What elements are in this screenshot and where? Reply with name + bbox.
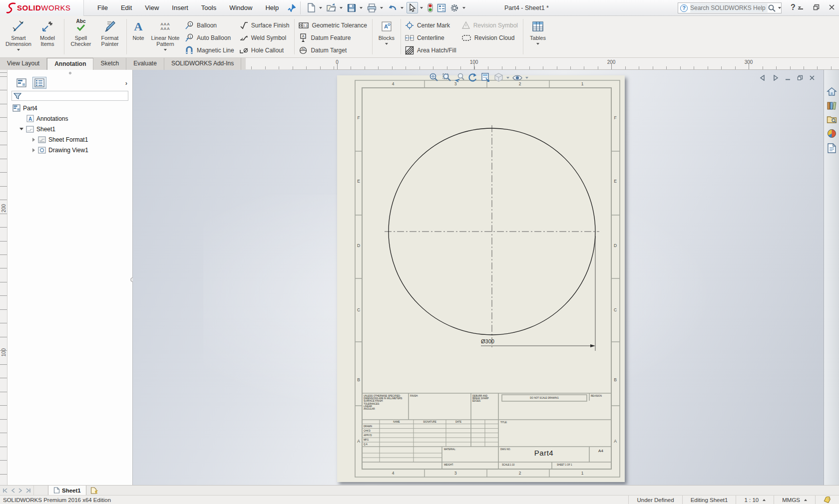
save-button[interactable] [346,2,358,13]
centerline-button[interactable]: Centerline [403,31,459,44]
property-manager-tab[interactable] [32,77,46,89]
tags-control[interactable] [815,496,839,504]
geometric-tolerance-button[interactable]: 0.3 Geometric Tolerance [297,19,370,31]
diameter-dimension[interactable]: Ø300 [481,338,494,344]
menu-help[interactable]: Help [259,0,285,16]
balloon-button[interactable]: 1 Balloon [183,19,237,31]
hide-show-items-icon[interactable] [512,73,523,83]
tables-dropdown[interactable] [536,43,539,45]
appearances-icon[interactable] [827,128,837,139]
collapsed-arrow-icon[interactable] [32,148,35,152]
center-mark-button[interactable]: Center Mark [403,19,459,31]
menu-window[interactable]: Window [223,0,259,16]
tab-solidworks-add-ins[interactable]: SOLIDWORKS Add-Ins [164,58,241,70]
menu-edit[interactable]: Edit [114,0,138,16]
revision-cloud-button[interactable]: Revision Cloud [459,31,521,44]
spell-checker-button[interactable]: Abc Spell Checker [66,18,95,57]
undo-button[interactable] [386,2,399,13]
smart-dimension-dropdown[interactable] [17,49,20,51]
sheet-scale-control[interactable]: 1 : 10 [736,496,774,504]
menu-insert[interactable]: Insert [165,0,195,16]
menu-file[interactable]: File [91,0,114,16]
open-button[interactable] [325,2,338,13]
select-dropdown[interactable] [420,7,423,9]
tree-item-part4[interactable]: Part4 [7,103,132,113]
minimize-button[interactable] [798,4,804,10]
sheet1-tab[interactable]: Sheet1 [48,486,86,495]
weld-symbol-button[interactable]: Weld Symbol [237,31,293,44]
first-sheet-icon[interactable] [2,488,8,493]
format-painter-button[interactable]: Format Painter [95,18,124,57]
restore-button[interactable] [813,4,820,10]
surface-finish-button[interactable]: Surface Finish [237,19,293,31]
previous-sheet-icon[interactable] [10,488,15,493]
linear-note-pattern-button[interactable]: AAA AAA Linear Note Pattern [148,18,183,57]
search-scope-dropdown[interactable] [778,7,781,9]
zoom-fit-icon[interactable] [428,72,439,83]
sheet-properties-icon[interactable] [480,72,491,83]
tab-annotation[interactable]: Annotation [47,58,93,70]
last-sheet-icon[interactable] [25,488,31,493]
previous-window-icon[interactable] [759,75,766,81]
model-items-button[interactable]: Model Items [33,18,62,57]
save-dropdown[interactable] [360,7,363,9]
tree-item-sheet-format1[interactable]: Sheet Format1 [7,134,132,145]
print-dropdown[interactable] [380,7,383,9]
file-properties-button[interactable] [435,2,447,13]
note-button[interactable]: A Note [129,18,148,57]
search-icon[interactable] [768,4,776,12]
magnetic-line-button[interactable]: Magnetic Line [183,44,237,56]
area-hatch-fill-button[interactable]: Area Hatch/Fill [403,44,459,56]
auto-balloon-button[interactable]: 1 Auto Balloon [183,31,237,44]
display-style-dropdown[interactable] [506,77,509,79]
doc-close-icon[interactable] [809,75,815,81]
units-control[interactable]: MMGS [774,496,815,504]
file-explorer-icon[interactable] [827,115,837,124]
open-dropdown[interactable] [340,7,343,9]
options-button[interactable] [448,2,460,13]
add-sheet-button[interactable] [86,486,102,495]
tree-item-drawing-view1[interactable]: Drawing View1 [7,145,132,155]
rebuild-button[interactable] [426,2,434,13]
blocks-button[interactable]: A Blocks [375,18,399,57]
feature-manager-tab[interactable] [14,77,28,89]
smart-dimension-button[interactable]: Smart Dimension [4,18,33,57]
custom-properties-icon[interactable] [827,143,837,153]
tree-item-annotations[interactable]: A Annotations [7,113,132,124]
tables-button[interactable]: Tables [525,18,550,57]
pin-menu-icon[interactable] [287,3,296,12]
blocks-dropdown[interactable] [385,43,388,45]
previous-view-icon[interactable] [454,72,465,83]
undo-dropdown[interactable] [401,7,404,9]
datum-target-button[interactable]: A1 Datum Target [297,44,370,56]
panel-expand-chevron-icon[interactable]: › [125,79,127,87]
panel-drag-handle[interactable] [7,70,132,76]
tab-evaluate[interactable]: Evaluate [126,58,164,70]
help-search-box[interactable]: ? [678,2,782,13]
datum-feature-button[interactable]: A Datum Feature [297,31,370,44]
new-document-dropdown[interactable] [319,7,322,9]
menu-view[interactable]: View [138,0,165,16]
doc-minimize-icon[interactable] [785,75,791,81]
collapsed-arrow-icon[interactable] [32,138,35,142]
hide-show-dropdown[interactable] [525,77,528,79]
close-button[interactable] [829,4,835,10]
next-sheet-icon[interactable] [18,488,23,493]
search-input[interactable] [690,3,768,12]
design-library-icon[interactable] [827,101,837,110]
linear-note-pattern-dropdown[interactable] [164,49,167,51]
hole-callout-button[interactable]: Hole Callout [237,44,293,56]
tree-filter-field[interactable] [11,91,128,101]
next-window-icon[interactable] [772,75,779,81]
drawing-sheet[interactable]: 4 3 2 1 4 3 2 1 F E D C B A F E D C B A [337,75,625,482]
print-button[interactable] [366,2,378,13]
expanded-arrow-icon[interactable] [19,128,23,130]
tree-item-sheet1[interactable]: Sheet1 [7,124,132,134]
doc-restore-icon[interactable] [797,75,803,81]
select-tool-button[interactable] [407,2,418,13]
tab-sketch[interactable]: Sketch [93,58,126,70]
tab-view-layout[interactable]: View Layout [0,58,47,70]
options-dropdown[interactable] [462,7,465,9]
menu-tools[interactable]: Tools [195,0,223,16]
task-home-icon[interactable] [827,87,837,96]
